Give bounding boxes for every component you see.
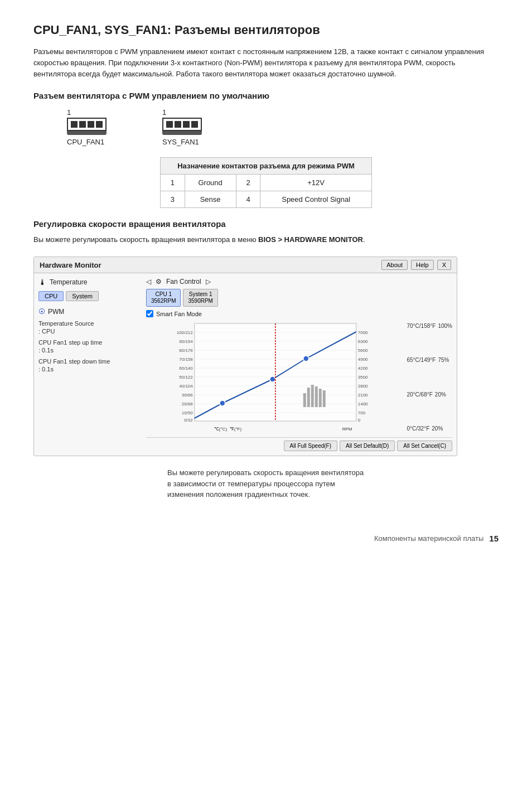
footer-text: Компоненты материнской платы	[374, 534, 483, 543]
svg-text:2800: 2800	[358, 384, 368, 389]
temp-source-value: : CPU	[38, 328, 142, 335]
pin1-num: 1	[161, 175, 185, 191]
page-title: CPU_FAN1, SYS_FAN1: Разъемы вентиляторов	[33, 22, 499, 38]
hw-title: Hardware Monitor	[40, 261, 101, 269]
svg-text:50/122: 50/122	[179, 375, 193, 380]
right-label-1-temp: 70°C/158°F	[407, 323, 436, 329]
svg-rect-36	[315, 386, 318, 407]
pin3-name: Sense	[185, 191, 236, 208]
connectors-diagram: 1 CPU_FAN1 1 SYS_FAN1	[67, 108, 499, 146]
smart-fan-label: Smart Fan Mode	[156, 311, 202, 317]
step-down-label: CPU Fan1 step down time	[38, 358, 142, 365]
all-set-default-button[interactable]: All Set Default(D)	[340, 441, 395, 451]
temperature-label: Temperature	[50, 278, 87, 286]
svg-rect-35	[311, 385, 314, 407]
pin4	[191, 121, 198, 128]
hw-title-buttons: About Help X	[381, 260, 451, 270]
cpu-fan1-base	[67, 131, 107, 135]
section2-heading: Регулировка скорости вращения вентилятор…	[33, 219, 499, 229]
sys-fan1-pin-num: 1	[162, 108, 166, 117]
gradient-point-1[interactable]	[220, 400, 225, 406]
right-label-2-pct: 75%	[438, 357, 449, 363]
page-number: 15	[489, 534, 499, 543]
pin4	[96, 121, 103, 128]
section1-heading: Разъем вентилятора с PWM управлением по …	[33, 91, 499, 100]
temperature-section: 🌡 Temperature	[38, 278, 142, 287]
pin4-num: 4	[236, 191, 260, 208]
right-label-2-temp: 65°C/149°F	[407, 357, 436, 363]
svg-text:10/50: 10/50	[182, 410, 194, 415]
system1-tab-rpm: 3590RPM	[188, 298, 212, 304]
svg-text:℉(°F): ℉(°F)	[230, 427, 242, 432]
svg-text:2100: 2100	[358, 393, 368, 398]
pin3	[88, 121, 94, 128]
svg-text:60/140: 60/140	[179, 366, 193, 371]
system1-fan-tab[interactable]: System 1 3590RPM	[183, 289, 217, 307]
page-footer: Компоненты материнской платы 15	[33, 534, 499, 543]
right-label-3-temp: 20°C/68°F	[407, 391, 433, 398]
svg-rect-37	[319, 389, 322, 407]
pin2	[175, 121, 181, 128]
help-button[interactable]: Help	[411, 260, 434, 270]
pwm-table: Назначение контактов разъема для режима …	[160, 157, 372, 208]
close-button[interactable]: X	[437, 260, 451, 270]
intro-text: Разъемы вентиляторов с PWM управлением и…	[33, 46, 499, 80]
fan-nav-arrow-left: ◁	[146, 278, 151, 286]
table-row: 3 Sense 4 Speed Control Signal	[161, 191, 372, 208]
table-row: 1 Ground 2 +12V	[161, 175, 372, 191]
cpu-fan1-pin-num: 1	[67, 108, 71, 117]
about-button[interactable]: About	[381, 260, 408, 270]
pin1	[71, 121, 78, 128]
svg-text:100/212: 100/212	[177, 330, 193, 335]
pin2	[79, 121, 86, 128]
step-up-label: CPU Fan1 step up time	[38, 339, 142, 346]
step-up-value: : 0.1s	[38, 347, 142, 354]
cpu-fan1-connector: 1 CPU_FAN1	[67, 108, 107, 146]
pwm-label: PWM	[48, 308, 64, 316]
svg-text:90/194: 90/194	[179, 339, 193, 344]
radio-selected-icon: ⦿	[38, 308, 45, 316]
sys-fan1-block	[162, 118, 202, 135]
pin2-name: +12V	[260, 175, 372, 191]
right-label-4-temp: 0°C/32°F	[407, 425, 430, 432]
svg-text:30/86: 30/86	[182, 393, 194, 398]
step-down-value: : 0.1s	[38, 366, 142, 373]
section2-intro: Вы можете регулировать скорость вращения…	[33, 234, 499, 245]
smart-fan-checkbox[interactable]	[146, 310, 153, 317]
svg-text:40/104: 40/104	[179, 384, 193, 389]
caption-text: Вы можете регулировать скорость вращения…	[167, 467, 499, 500]
svg-text:80/176: 80/176	[179, 348, 193, 353]
svg-rect-38	[323, 390, 326, 407]
all-set-cancel-button[interactable]: All Set Cancel(C)	[397, 441, 452, 451]
sys-fan1-connector: 1 SYS_FAN1	[162, 108, 202, 146]
svg-rect-33	[303, 393, 306, 407]
cpu1-tab-rpm: 3562RPM	[151, 298, 176, 304]
fan-chart-svg: 100/212 90/194 80/176 70/158 60/140 50/1…	[146, 321, 405, 432]
tab-system[interactable]: System	[66, 291, 99, 301]
svg-text:20/68: 20/68	[182, 402, 194, 407]
svg-text:4200: 4200	[358, 366, 368, 371]
svg-text:5600: 5600	[358, 348, 368, 353]
gradient-point-3[interactable]	[303, 356, 309, 361]
cpu-sys-tabs: CPU System	[38, 291, 142, 301]
right-label-4: 0°C/32°F 20%	[407, 425, 453, 432]
pwm-radio-row: ⦿ PWM	[38, 308, 142, 316]
tab-cpu[interactable]: CPU	[38, 291, 64, 301]
gradient-point-2[interactable]	[270, 376, 275, 382]
pin1	[166, 121, 173, 128]
pin4-name: Speed Control Signal	[260, 191, 372, 208]
right-label-4-pct: 20%	[432, 425, 443, 432]
cpu-fan1-block	[67, 118, 107, 135]
all-full-speed-button[interactable]: All Full Speed(F)	[284, 441, 337, 451]
fan-nav-arrow-right: ▷	[206, 278, 211, 286]
cpu1-fan-tab[interactable]: CPU 1 3562RPM	[146, 289, 181, 307]
sys-fan1-pins	[162, 118, 202, 131]
fan-control-title: Fan Control	[166, 278, 201, 286]
chart-right-labels: 70°C/158°F 100% 65°C/149°F 75% 20°C/68°F…	[407, 321, 453, 434]
hw-title-bar: Hardware Monitor About Help X	[34, 257, 457, 273]
svg-text:℃(°C): ℃(°C)	[214, 427, 228, 432]
svg-text:700: 700	[358, 410, 366, 415]
right-label-2: 65°C/149°F 75%	[407, 357, 453, 363]
smart-fan-row: Smart Fan Mode	[146, 310, 452, 317]
svg-text:RPM: RPM	[342, 427, 352, 432]
